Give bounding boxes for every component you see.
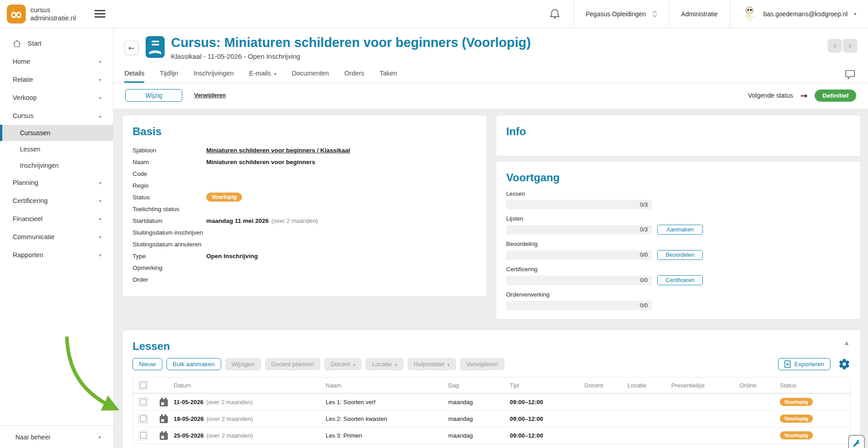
back-button[interactable]: ←	[124, 41, 138, 55]
wijzig-button[interactable]: Wijzig	[125, 89, 182, 102]
support-tools-button[interactable]	[848, 435, 865, 448]
sidebar-item-communicatie[interactable]: Communicatie▾	[0, 228, 113, 246]
row-checkbox[interactable]	[138, 414, 148, 424]
comments-button[interactable]	[845, 70, 855, 80]
nieuw-button[interactable]: Nieuw	[133, 358, 162, 370]
table-row[interactable]: 18-05-2026(over 2 maanden) Les 2: Soorte…	[133, 410, 850, 427]
sidebar-item-certificering[interactable]: Certificering▾	[0, 192, 113, 210]
les-status-badge: Voorlopig	[780, 398, 813, 406]
sidebar-item-home[interactable]: Home▾	[0, 52, 113, 71]
aanmaken-button[interactable]: Aanmaken	[657, 225, 703, 235]
table-settings-button[interactable]	[838, 358, 850, 370]
field-note: (over 2 maanden)	[271, 217, 318, 224]
tab-details[interactable]: Details	[124, 65, 144, 83]
les-datum-note: (over 2 maanden)	[207, 432, 253, 439]
les-datum: 18-05-2026	[174, 415, 204, 422]
chevron-down-icon: ▾	[395, 363, 397, 367]
verwijderen-button[interactable]: Verwijderen	[460, 358, 505, 370]
beoordelen-button[interactable]: Beoordelen	[657, 250, 703, 260]
column-header-naam: Naam	[326, 382, 448, 389]
progress-label: Certificering	[506, 266, 850, 273]
sidebar-item-naar-beheer[interactable]: Naar beheer▸	[0, 425, 113, 448]
definitief-button[interactable]: Definitief	[815, 90, 856, 102]
infinity-icon: ∞	[10, 5, 23, 23]
tab-inschrijvingen[interactable]: Inschrijvingen	[194, 65, 234, 83]
calendar-icon	[159, 397, 168, 407]
certificeren-button[interactable]: Certificeren	[657, 275, 703, 285]
verwijderen-link[interactable]: Verwijderen	[194, 92, 226, 99]
column-header-status: Status	[780, 382, 850, 389]
tab-bar: Details Tijdlijn Inschrijvingen E-mails▾…	[114, 65, 868, 83]
basis-card: Basis SjabloonMiniaturen schilderen voor…	[122, 115, 487, 297]
sidebar-item-financieel[interactable]: Financieel▾	[0, 210, 113, 228]
wijzigen-button[interactable]: Wijzigen	[225, 358, 261, 370]
table-row[interactable]: 25-05-2026(over 2 maanden) Les 3: Primen…	[133, 427, 850, 443]
sidebar-item-inschrijvingen[interactable]: Inschrijvingen	[0, 157, 113, 174]
sjabloon-link[interactable]: Miniaturen schilderen voor beginners / K…	[206, 147, 350, 154]
user-email: bas.goedemans@ksdgroep.nl	[764, 10, 848, 18]
status-badge: Voorlopig	[206, 193, 242, 202]
notifications[interactable]	[536, 0, 574, 28]
tab-emails[interactable]: E-mails▾	[249, 65, 276, 83]
locatie-dropdown[interactable]: Locatie▾	[365, 358, 403, 370]
progress-value: 0/0	[640, 277, 648, 283]
docent-plannen-button[interactable]: Docent plannen	[265, 358, 321, 370]
menu-toggle-icon[interactable]	[95, 10, 105, 18]
sidebar-item-cursussen[interactable]: Cursussen	[0, 125, 113, 141]
sidebar-item-rapporten[interactable]: Rapporten▾	[0, 246, 113, 264]
tab-documenten[interactable]: Documenten	[292, 65, 329, 83]
progress-value: 0/3	[640, 226, 648, 233]
chevron-down-icon: ▾	[99, 253, 101, 258]
sidebar-item-label: Financieel	[13, 215, 43, 222]
calendar-icon	[159, 414, 168, 424]
next-record-button[interactable]: ›	[843, 39, 857, 52]
chevron-down-icon: ▾	[854, 11, 856, 16]
field-value: Open Inschrijving	[206, 253, 258, 259]
sidebar-item-lessen[interactable]: Lessen	[0, 141, 113, 157]
sidebar-item-start[interactable]: Start	[0, 34, 113, 52]
sidebar-item-label: Verkoop	[13, 94, 37, 101]
user-menu[interactable]: bas.goedemans@ksdgroep.nl ▾	[730, 0, 868, 28]
app-logo[interactable]: ∞	[7, 5, 26, 24]
top-bar: ∞ cursus administratie.nl Pegasus Opleid…	[0, 0, 868, 28]
field-type: TypeOpen Inschrijving	[133, 250, 477, 262]
field-label: Naam	[133, 159, 206, 165]
tab-taken[interactable]: Taken	[379, 65, 397, 83]
dropdown-label: Hulpmiddel	[414, 361, 445, 368]
les-status-badge: Voorlopig	[780, 431, 813, 439]
exporteren-button[interactable]: Exporteren	[778, 358, 830, 370]
organization-selector[interactable]: Pegasus Opleidingen	[574, 0, 669, 28]
section-administratie[interactable]: Administratie	[669, 0, 730, 28]
section-label: Administratie	[681, 10, 718, 18]
les-naam: Les 1: Soorten verf	[326, 399, 448, 406]
wrench-icon	[852, 439, 861, 448]
row-checkbox[interactable]	[138, 397, 148, 407]
hulpmiddel-dropdown[interactable]: Hulpmiddel▾	[408, 358, 456, 370]
lessen-title: Lessen	[133, 340, 850, 353]
les-tijd: 09:00–12:00	[510, 415, 584, 422]
field-label: Type	[133, 253, 206, 259]
tab-tijdlijn[interactable]: Tijdlijn	[160, 65, 178, 83]
field-label: Sluitingsdatum annuleren	[133, 241, 206, 248]
field-label: Opmerking	[133, 264, 206, 271]
progress-bar: 0/0	[506, 301, 652, 310]
bulk-aanmaken-button[interactable]: Bulk aanmaken	[166, 358, 221, 370]
sidebar-item-cursus[interactable]: Cursus▴	[0, 107, 113, 125]
previous-record-button[interactable]: ‹	[828, 39, 842, 52]
row-checkbox[interactable]	[138, 430, 148, 441]
collapse-section-icon[interactable]: ▲	[845, 340, 849, 346]
field-label: Startdatum	[133, 217, 206, 224]
sidebar-item-relatie[interactable]: Relatie▾	[0, 71, 113, 89]
brand-text: cursus administratie.nl	[30, 6, 90, 22]
select-all-checkbox[interactable]	[138, 380, 148, 391]
progress-label: Lijsten	[506, 215, 850, 222]
title-row: ← Cursus: Miniaturen schilderen voor beg…	[114, 28, 868, 60]
progress-certificering: Certificering 0/0Certificeren	[506, 266, 850, 285]
docent-dropdown[interactable]: Docent▾	[324, 358, 361, 370]
field-status: StatusVoorlopig	[133, 191, 477, 203]
column-header-dag: Dag	[448, 382, 510, 389]
tab-orders[interactable]: Orders	[344, 65, 364, 83]
table-row[interactable]: 11-05-2026(over 2 maanden) Les 1: Soorte…	[133, 393, 850, 410]
sidebar-item-verkoop[interactable]: Verkoop▾	[0, 89, 113, 107]
sidebar-item-planning[interactable]: Planning▾	[0, 174, 113, 192]
